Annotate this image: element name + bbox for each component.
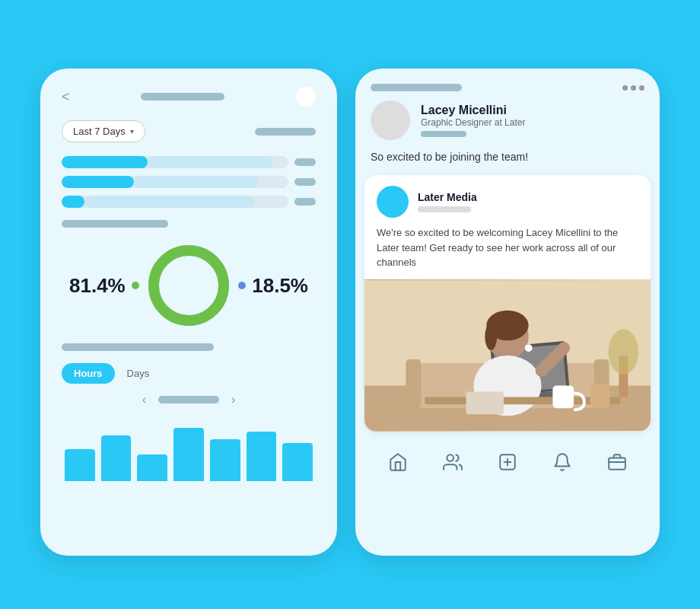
progress-row-2 xyxy=(62,176,316,188)
hours-toggle-button[interactable]: Hours xyxy=(62,363,115,384)
stat-value-left: 81.4% xyxy=(69,274,126,298)
dot-1 xyxy=(622,85,628,91)
stat-right: 18.5% xyxy=(238,274,308,298)
circle-button[interactable] xyxy=(296,87,316,107)
separator-bar-2 xyxy=(62,343,214,351)
user-info: Lacey Micellini Graphic Designer at Late… xyxy=(421,104,525,137)
svg-point-22 xyxy=(525,344,533,352)
svg-point-13 xyxy=(485,323,497,350)
progress-bar-3 xyxy=(62,196,288,208)
bar-5 xyxy=(210,439,240,481)
avatar xyxy=(371,100,410,140)
svg-rect-18 xyxy=(590,384,610,408)
more-options-button[interactable] xyxy=(622,85,644,91)
chart-nav: ‹ › xyxy=(62,393,316,407)
bar-3 xyxy=(137,454,167,481)
right-top-bar xyxy=(355,69,660,100)
announcement-text: So excited to be joining the team! xyxy=(355,151,660,175)
progress-fill-blue-3 xyxy=(62,196,84,208)
progress-row-3 xyxy=(62,196,316,208)
green-dot-icon xyxy=(132,282,139,289)
post-image-svg xyxy=(364,279,651,432)
plus-icon xyxy=(498,452,517,472)
bell-icon xyxy=(552,452,572,472)
days-toggle-button[interactable]: Days xyxy=(115,363,162,384)
phone-left: < Last 7 Days ▾ xyxy=(40,69,337,556)
progress-fill-light-2 xyxy=(134,176,259,188)
progress-fill-blue-2 xyxy=(62,176,134,188)
phone-header: < xyxy=(62,87,316,107)
stat-left: 81.4% xyxy=(69,274,139,298)
chart-nav-bar xyxy=(158,396,219,403)
profile-nav-button[interactable] xyxy=(606,451,628,473)
progress-dot-2 xyxy=(294,178,316,186)
svg-point-21 xyxy=(609,329,639,374)
filter-pill[interactable]: Last 7 Days ▾ xyxy=(62,120,145,142)
user-title: Graphic Designer at Later xyxy=(421,117,525,128)
progress-fill-blue-1 xyxy=(62,156,148,168)
add-nav-button[interactable] xyxy=(497,451,518,473)
filter-row: Last 7 Days ▾ xyxy=(62,120,316,142)
chart-prev-button[interactable]: ‹ xyxy=(142,393,146,407)
briefcase-icon xyxy=(607,452,627,472)
post-header: Later Media xyxy=(364,175,651,225)
progress-fill-light-1 xyxy=(148,156,272,168)
donut-section: 81.4% 18.5% xyxy=(62,240,316,331)
people-icon xyxy=(443,452,463,472)
home-icon xyxy=(388,452,408,472)
user-card: Lacey Micellini Graphic Designer at Late… xyxy=(355,100,660,151)
progress-fill-light-3 xyxy=(84,196,255,208)
donut-chart xyxy=(143,240,234,331)
post-user-info: Later Media xyxy=(418,191,477,212)
progress-row-1 xyxy=(62,156,316,168)
user-name: Lacey Micellini xyxy=(421,104,525,117)
notifications-nav-button[interactable] xyxy=(552,451,573,473)
progress-section xyxy=(62,156,316,208)
bar-2 xyxy=(101,435,132,481)
home-nav-button[interactable] xyxy=(387,451,409,473)
header-bar xyxy=(141,93,224,100)
post-avatar xyxy=(377,186,409,218)
bar-6 xyxy=(247,432,277,481)
svg-rect-6 xyxy=(406,359,421,407)
separator-bar xyxy=(62,220,168,228)
post-card: Later Media We're so excited to be welco… xyxy=(364,175,651,432)
chart-next-button[interactable]: › xyxy=(231,393,235,407)
progress-bar-1 xyxy=(62,156,288,168)
chevron-down-icon: ▾ xyxy=(130,127,134,136)
people-nav-button[interactable] xyxy=(442,451,463,473)
bar-4 xyxy=(173,428,204,481)
bar-chart xyxy=(62,413,316,481)
user-bar xyxy=(421,131,466,137)
dot-2 xyxy=(631,85,636,91)
post-user-bar xyxy=(418,206,471,212)
right-top-placeholder xyxy=(371,84,462,91)
dot-3 xyxy=(639,85,644,91)
donut-svg xyxy=(143,240,234,331)
bar-7 xyxy=(282,443,313,481)
phone-right: Lacey Micellini Graphic Designer at Late… xyxy=(355,69,660,556)
progress-dot-1 xyxy=(294,158,316,166)
back-button[interactable]: < xyxy=(62,89,70,105)
toggle-row: Hours Days xyxy=(62,363,316,384)
progress-dot-3 xyxy=(294,198,316,206)
blue-dot-icon xyxy=(238,282,246,289)
svg-point-23 xyxy=(447,454,453,461)
post-image xyxy=(364,279,651,432)
progress-bar-2 xyxy=(62,176,288,188)
svg-rect-17 xyxy=(552,385,574,408)
bottom-nav xyxy=(355,441,660,485)
post-company-name: Later Media xyxy=(418,191,477,203)
post-text: We're so excited to be welcoming Lacey M… xyxy=(364,225,651,279)
bar-1 xyxy=(65,449,95,481)
stat-value-right: 18.5% xyxy=(252,274,308,298)
svg-rect-27 xyxy=(609,458,625,469)
svg-point-1 xyxy=(154,250,224,320)
svg-rect-19 xyxy=(466,391,504,414)
phones-container: < Last 7 Days ▾ xyxy=(40,69,660,556)
filter-secondary-bar xyxy=(255,128,316,136)
filter-label: Last 7 Days xyxy=(73,126,126,137)
